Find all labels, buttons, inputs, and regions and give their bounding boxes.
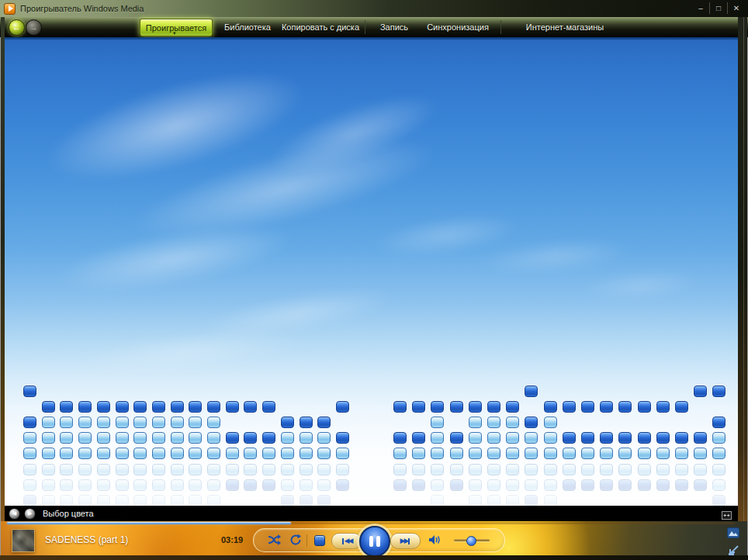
color-chooser-label: Выбор цвета <box>43 509 94 518</box>
back-button[interactable]: ← <box>9 19 25 36</box>
pause-button[interactable] <box>359 526 390 557</box>
active-tab-chevron-icon: ▾ <box>173 30 176 36</box>
cloud <box>29 47 321 206</box>
previous-track-button[interactable]: ◀◀ <box>331 533 362 549</box>
seek-bar-fill <box>7 522 291 524</box>
seek-bar[interactable] <box>7 522 735 524</box>
tab-bar: ← → Проигрывается▾БиблиотекаКопировать с… <box>0 17 748 37</box>
wmp-window: Проигрыватель Windows Media – □ ✕ ← → Пр… <box>0 0 748 560</box>
stop-button[interactable] <box>314 535 325 546</box>
tab-rip[interactable]: Копировать с диска <box>273 17 368 37</box>
volume-icon[interactable] <box>429 534 442 548</box>
cloud <box>73 320 309 382</box>
forward-button[interactable]: → <box>26 19 42 36</box>
tab-online-stores[interactable]: Интернет-магазины <box>515 17 615 37</box>
window-frame-right <box>738 17 747 521</box>
tab-burn[interactable]: Запись <box>372 17 416 37</box>
next-icon: ▶▶ <box>400 538 408 544</box>
repeat-icon[interactable] <box>289 534 302 549</box>
mode-icons <box>727 527 739 558</box>
tab-now-playing[interactable]: Проигрывается▾ <box>140 19 213 36</box>
close-button[interactable]: ✕ <box>727 2 745 14</box>
visualization-area <box>5 37 738 506</box>
now-playing-view-icon[interactable] <box>727 527 739 541</box>
next-track-button[interactable]: ▶▶ <box>390 533 421 549</box>
transport-controls: ◀◀ ▶▶ <box>253 528 505 552</box>
cloud <box>48 210 302 307</box>
titlebar: Проигрыватель Windows Media – □ ✕ <box>0 0 748 18</box>
cloud <box>117 116 450 262</box>
shuffle-icon[interactable] <box>268 534 281 548</box>
previous-color-button[interactable]: ◀ <box>9 508 20 520</box>
tab-label: Библиотека <box>224 22 271 32</box>
volume-slider[interactable] <box>454 539 490 541</box>
wmp-app-icon <box>4 3 16 15</box>
bottom-strip <box>0 555 748 560</box>
pause-icon <box>369 536 380 547</box>
window-frame-left <box>1 17 5 521</box>
previous-icon: ◀◀ <box>345 538 352 544</box>
cloud <box>578 264 705 306</box>
tab-separator <box>500 20 501 34</box>
album-art <box>12 529 35 552</box>
elapsed-time: 03:19 <box>221 535 243 544</box>
tab-label: Синхронизация <box>427 22 489 32</box>
cloud <box>257 77 450 192</box>
controls-separator <box>306 534 307 547</box>
window-title: Проигрыватель Windows Media <box>20 4 144 13</box>
window-controls: – □ ✕ <box>692 2 745 14</box>
tab-label: Копировать с диска <box>282 22 359 32</box>
track-title: SADENESS (part 1) <box>45 534 128 545</box>
tab-sync[interactable]: Синхронизация <box>417 17 498 37</box>
minimize-button[interactable]: – <box>692 2 709 14</box>
tab-separator <box>365 20 365 34</box>
tab-label: Запись <box>380 22 408 32</box>
cloud <box>476 231 635 282</box>
volume-knob[interactable] <box>466 536 476 546</box>
tab-label: Интернет-магазины <box>526 22 604 32</box>
next-color-button[interactable]: ▶ <box>24 508 36 520</box>
color-chooser-bar: ◀ ▶ Выбор цвета <box>5 506 738 521</box>
maximize-button[interactable]: □ <box>709 2 727 14</box>
tab-library[interactable]: Библиотека <box>217 17 278 37</box>
cloud <box>197 276 403 349</box>
cloud <box>367 205 526 264</box>
playback-controls-area: SADENESS (part 1) 03:19 ◀◀ ▶▶ <box>1 521 747 555</box>
